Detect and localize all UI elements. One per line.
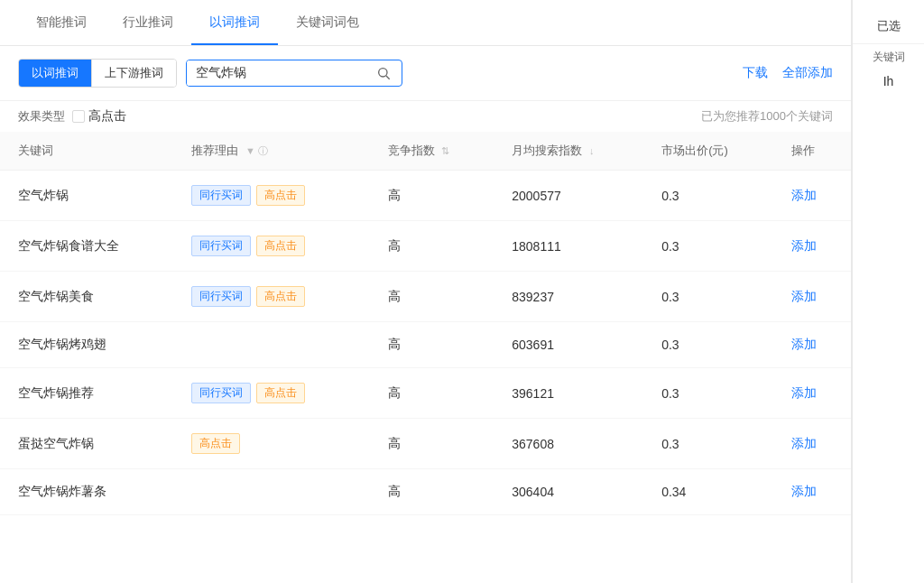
- tab-industry[interactable]: 行业推词: [105, 0, 191, 45]
- cell-action: 添加: [773, 171, 851, 221]
- ih-text: Ih: [880, 70, 898, 92]
- cell-keyword: 蛋挞空气炸锅: [0, 419, 173, 469]
- reason-tag: 高点击: [256, 286, 305, 307]
- right-panel-subtitle: 关键词: [853, 44, 924, 70]
- cell-keyword: 空气炸锅推荐: [0, 368, 173, 419]
- cell-market-price: 0.3: [643, 221, 773, 272]
- add-keyword-button[interactable]: 添加: [791, 436, 817, 452]
- col-header-action: 操作: [773, 132, 851, 171]
- col-header-reason: 推荐理由 ▼ ⓘ: [173, 132, 370, 171]
- svg-point-0: [379, 69, 387, 77]
- reason-filter-icon[interactable]: ▼ ⓘ: [245, 144, 268, 158]
- cell-monthly-search: 603691: [494, 322, 643, 368]
- table-row: 空气炸锅推荐同行买词高点击高3961210.3添加: [0, 368, 851, 419]
- cell-keyword: 空气炸锅食谱大全: [0, 221, 173, 272]
- filter-tip: 已为您推荐1000个关键词: [701, 108, 833, 125]
- cell-keyword: 空气炸锅美食: [0, 272, 173, 322]
- tab-bar: 智能推词 行业推词 以词推词 关键词词包: [0, 0, 851, 46]
- col-header-competition: 竞争指数 ⇅: [370, 132, 494, 171]
- col-header-keyword: 关键词: [0, 132, 173, 171]
- add-all-button[interactable]: 全部添加: [782, 65, 833, 81]
- cell-reason: 同行买词高点击: [173, 171, 370, 221]
- svg-line-1: [386, 76, 390, 79]
- table-header: 关键词 推荐理由 ▼ ⓘ 竞争指数 ⇅ 月均搜索指数 ↓: [0, 132, 851, 171]
- cell-action: 添加: [773, 419, 851, 469]
- search-input[interactable]: [187, 60, 367, 86]
- cell-competition: 高: [370, 469, 494, 515]
- table-row: 空气炸锅炸薯条高3064040.34添加: [0, 469, 851, 515]
- btn-upstream[interactable]: 上下游推词: [92, 60, 176, 87]
- download-button[interactable]: 下载: [743, 65, 768, 81]
- table-row: 空气炸锅食谱大全同行买词高点击高18081110.3添加: [0, 221, 851, 272]
- table-body: 空气炸锅同行买词高点击高20005770.3添加空气炸锅食谱大全同行买词高点击高…: [0, 171, 851, 515]
- cell-market-price: 0.34: [643, 469, 773, 515]
- cell-action: 添加: [773, 221, 851, 272]
- cell-action: 添加: [773, 469, 851, 515]
- col-header-market-price: 市场出价(元): [643, 132, 773, 171]
- add-keyword-button[interactable]: 添加: [791, 337, 817, 353]
- reason-tag: 高点击: [256, 185, 305, 206]
- search-icon: [376, 66, 391, 80]
- cell-monthly-search: 367608: [494, 419, 643, 469]
- tab-package[interactable]: 关键词词包: [278, 0, 377, 45]
- cell-reason: 同行买词高点击: [173, 272, 370, 322]
- right-panel: 已选 关键词 Ih: [852, 0, 924, 583]
- cell-action: 添加: [773, 322, 851, 368]
- col-header-monthly-search: 月均搜索指数 ↓: [494, 132, 643, 171]
- reason-tag: 同行买词: [191, 236, 251, 256]
- cell-market-price: 0.3: [643, 322, 773, 368]
- right-panel-title: 已选: [853, 9, 924, 44]
- btn-byword[interactable]: 以词推词: [19, 60, 92, 87]
- mode-btn-group: 以词推词 上下游推词: [18, 59, 177, 88]
- reason-tag: 同行买词: [191, 185, 251, 206]
- cell-monthly-search: 306404: [494, 469, 643, 515]
- high-click-checkbox[interactable]: [72, 110, 85, 123]
- effect-type-label: 效果类型: [18, 108, 65, 125]
- cell-competition: 高: [370, 419, 494, 469]
- tab-smart[interactable]: 智能推词: [18, 0, 105, 45]
- cell-keyword: 空气炸锅: [0, 171, 173, 221]
- cell-reason: [173, 322, 370, 368]
- cell-competition: 高: [370, 322, 494, 368]
- cell-keyword: 空气炸锅炸薯条: [0, 469, 173, 515]
- keyword-table: 关键词 推荐理由 ▼ ⓘ 竞争指数 ⇅ 月均搜索指数 ↓: [0, 132, 851, 515]
- add-keyword-button[interactable]: 添加: [791, 385, 817, 402]
- add-keyword-button[interactable]: 添加: [791, 484, 817, 500]
- competition-sort-icon[interactable]: ⇅: [441, 145, 449, 157]
- add-keyword-button[interactable]: 添加: [791, 188, 817, 204]
- search-box: [186, 60, 402, 87]
- table-row: 空气炸锅美食同行买词高点击高8392370.3添加: [0, 272, 851, 322]
- cell-reason: 同行买词高点击: [173, 368, 370, 419]
- add-keyword-button[interactable]: 添加: [791, 289, 817, 305]
- cell-reason: [173, 469, 370, 515]
- table-row: 空气炸锅烤鸡翅高6036910.3添加: [0, 322, 851, 368]
- search-button[interactable]: [367, 60, 400, 86]
- monthly-search-sort-icon[interactable]: ↓: [589, 145, 595, 156]
- cell-market-price: 0.3: [643, 272, 773, 322]
- cell-competition: 高: [370, 272, 494, 322]
- cell-market-price: 0.3: [643, 171, 773, 221]
- toolbar: 以词推词 上下游推词 下载 全部添加: [0, 46, 851, 101]
- cell-reason: 同行买词高点击: [173, 221, 370, 272]
- filter-left: 效果类型 高点击: [18, 108, 126, 125]
- cell-monthly-search: 1808111: [494, 221, 643, 272]
- cell-market-price: 0.3: [643, 368, 773, 419]
- high-click-label: 高点击: [88, 108, 126, 125]
- cell-monthly-search: 396121: [494, 368, 643, 419]
- cell-action: 添加: [773, 272, 851, 322]
- tab-byword[interactable]: 以词推词: [191, 0, 278, 45]
- keyword-table-container: 关键词 推荐理由 ▼ ⓘ 竞争指数 ⇅ 月均搜索指数 ↓: [0, 132, 851, 583]
- cell-market-price: 0.3: [643, 419, 773, 469]
- cell-reason: 高点击: [173, 419, 370, 469]
- high-click-filter[interactable]: 高点击: [72, 108, 126, 125]
- reason-tag: 高点击: [256, 383, 305, 403]
- reason-tag: 高点击: [191, 433, 240, 454]
- filter-row: 效果类型 高点击 已为您推荐1000个关键词: [0, 101, 851, 132]
- cell-monthly-search: 2000577: [494, 171, 643, 221]
- cell-action: 添加: [773, 368, 851, 419]
- reason-tag: 同行买词: [191, 383, 251, 403]
- reason-tag: 同行买词: [191, 286, 251, 307]
- add-keyword-button[interactable]: 添加: [791, 238, 817, 254]
- table-row: 空气炸锅同行买词高点击高20005770.3添加: [0, 171, 851, 221]
- cell-competition: 高: [370, 368, 494, 419]
